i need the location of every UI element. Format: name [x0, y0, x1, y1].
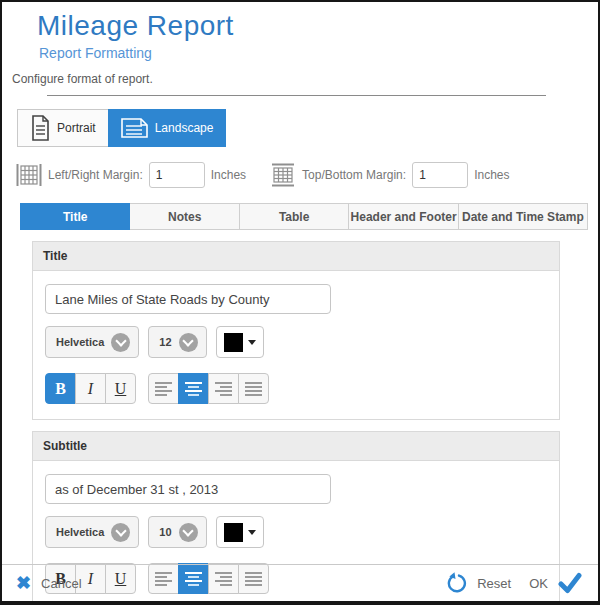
title-font-color-picker[interactable] [216, 326, 264, 358]
title-section-panel: Title Helvetica 12 B I U [32, 241, 560, 420]
left-right-margin-input[interactable] [149, 162, 205, 188]
page-subtitle: Report Formatting [39, 45, 598, 61]
description-text: Configure format of report. [12, 72, 598, 86]
portrait-button[interactable]: Portrait [17, 109, 109, 147]
tab-title[interactable]: Title [20, 203, 130, 230]
dialog-header: Mileage Report Report Formatting [2, 2, 598, 61]
align-justify-icon [245, 382, 262, 396]
title-font-size-value: 12 [159, 336, 171, 348]
title-font-row: Helvetica 12 [45, 326, 549, 358]
title-alignment-group [148, 373, 269, 404]
subtitle-font-row: Helvetica 10 [45, 516, 549, 548]
title-section-body: Helvetica 12 B I U [33, 271, 559, 419]
chevron-down-icon [179, 523, 198, 542]
align-center-icon [185, 382, 202, 396]
caret-down-icon [248, 530, 256, 535]
landscape-label: Landscape [155, 121, 214, 135]
top-bottom-margin-input[interactable] [412, 162, 468, 188]
ok-check-icon [558, 572, 582, 594]
cancel-button[interactable]: ✖ Cancel [16, 574, 82, 592]
subtitle-font-color-picker[interactable] [216, 516, 264, 548]
report-format-dialog: { "window": { "title": "Mileage Report",… [0, 0, 600, 605]
caret-down-icon [248, 340, 256, 345]
ok-button[interactable]: OK [521, 572, 582, 594]
landscape-page-icon [121, 117, 148, 139]
tab-date-and-time-stamp[interactable]: Date and Time Stamp [459, 203, 588, 230]
title-font-select[interactable]: Helvetica [45, 326, 139, 358]
subtitle-font-size-value: 10 [159, 526, 171, 538]
left-right-margin-unit: Inches [211, 168, 246, 182]
subtitle-font-name: Helvetica [56, 526, 104, 538]
ok-label: OK [529, 576, 548, 591]
cancel-label: Cancel [41, 576, 81, 591]
portrait-page-icon [30, 115, 50, 141]
cancel-x-icon: ✖ [16, 574, 31, 592]
footer-right-actions: Reset OK [445, 572, 582, 594]
title-align-left-button[interactable] [148, 373, 179, 404]
landscape-button[interactable]: Landscape [108, 109, 227, 147]
reset-undo-icon [445, 572, 467, 594]
margins-row: Left/Right Margin: Inches Top/Bottom Mar… [16, 162, 598, 188]
top-bottom-margin-unit: Inches [474, 168, 509, 182]
color-swatch [224, 523, 243, 542]
divider [47, 95, 546, 96]
dialog-footer: ✖ Cancel Reset OK [2, 564, 598, 601]
reset-label: Reset [477, 576, 511, 591]
chevron-down-icon [179, 333, 198, 352]
reset-button[interactable]: Reset [445, 572, 511, 594]
title-font-size-select[interactable]: 12 [148, 326, 206, 358]
left-right-margin-group: Left/Right Margin: Inches [16, 162, 246, 188]
tab-notes[interactable]: Notes [130, 203, 239, 230]
align-right-icon [215, 382, 232, 396]
title-section-heading: Title [33, 242, 559, 271]
top-bottom-margin-label: Top/Bottom Margin: [302, 168, 406, 182]
title-align-right-button[interactable] [208, 373, 239, 404]
title-font-name: Helvetica [56, 336, 104, 348]
title-align-center-button[interactable] [178, 373, 209, 404]
color-swatch [224, 333, 243, 352]
orientation-toggle: Portrait Landscape [17, 109, 598, 147]
chevron-down-icon [111, 333, 130, 352]
title-text-style-group: B I U [45, 373, 136, 404]
tab-table[interactable]: Table [240, 203, 349, 230]
top-bottom-margin-icon [270, 163, 296, 187]
left-right-margin-icon [16, 163, 42, 187]
subtitle-font-size-select[interactable]: 10 [148, 516, 206, 548]
left-right-margin-label: Left/Right Margin: [48, 168, 143, 182]
align-left-icon [155, 382, 172, 396]
tab-bar: Title Notes Table Header and Footer Date… [20, 203, 588, 230]
title-style-row: B I U [45, 373, 549, 404]
portrait-label: Portrait [57, 121, 96, 135]
title-bold-button[interactable]: B [45, 373, 76, 404]
title-underline-button[interactable]: U [105, 373, 136, 404]
chevron-down-icon [111, 523, 130, 542]
subtitle-section-heading: Subtitle [33, 432, 559, 461]
top-bottom-margin-group: Top/Bottom Margin: Inches [270, 162, 509, 188]
title-align-justify-button[interactable] [238, 373, 269, 404]
subtitle-text-input[interactable] [45, 474, 331, 504]
title-italic-button[interactable]: I [75, 373, 106, 404]
tab-header-and-footer[interactable]: Header and Footer [349, 203, 458, 230]
subtitle-font-select[interactable]: Helvetica [45, 516, 139, 548]
page-title: Mileage Report [37, 10, 598, 42]
title-text-input[interactable] [45, 284, 331, 314]
